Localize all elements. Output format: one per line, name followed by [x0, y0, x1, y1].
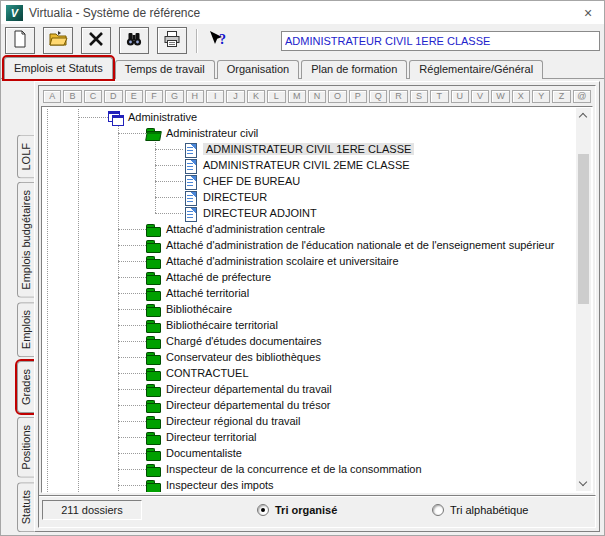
tab-emplois-et-statuts[interactable]: Emplois et Statuts	[4, 57, 113, 79]
tree-row-directeur-departemental-du-tresor[interactable]: Directeur départemental du trésor	[42, 397, 575, 413]
tree-row-administrateur-civil[interactable]: Administrateur civil	[42, 125, 575, 141]
letter-w[interactable]: W	[491, 90, 509, 103]
letter-q[interactable]: Q	[369, 90, 387, 103]
tab-label: Temps de travail	[125, 63, 205, 75]
letter-g[interactable]: G	[165, 90, 183, 103]
tab-label: Plan de formation	[311, 63, 397, 75]
letter-o[interactable]: O	[328, 90, 346, 103]
letter-a[interactable]: A	[43, 90, 61, 103]
side-tab-label: Emplois budgétaires	[20, 190, 32, 290]
side-tab-positions[interactable]: Positions	[17, 417, 34, 478]
content-frame: ABCDEFGHIJKLMNOPQRSTUVWXYZ@ Administrati…	[34, 81, 600, 532]
reference-field[interactable]	[281, 31, 600, 51]
tree-row-administrateur-civil-2eme-classe[interactable]: ADMINISTRATEUR CIVIL 2EME CLASSE	[42, 157, 575, 173]
scroll-up-icon[interactable]	[579, 113, 587, 121]
side-tab-grades[interactable]: Grades	[17, 361, 34, 413]
letter-f[interactable]: F	[145, 90, 163, 103]
side-tab-emplois[interactable]: Emplois	[17, 302, 34, 357]
letter-u[interactable]: U	[451, 90, 469, 103]
tree-row-bibliothecaire[interactable]: Bibliothécaire	[42, 301, 575, 317]
folder-icon	[146, 399, 161, 412]
tree-item-label: Chargé d'études documentaires	[166, 335, 322, 347]
letter-n[interactable]: N	[308, 90, 326, 103]
tree-row-attache-d-administration-scolaire-et-universitaire[interactable]: Attaché d'administration scolaire et uni…	[42, 253, 575, 269]
letter-t[interactable]: T	[430, 90, 448, 103]
folder-icon	[146, 303, 161, 316]
letter-c[interactable]: C	[84, 90, 102, 103]
open-folder-button[interactable]	[43, 27, 73, 54]
letter-p[interactable]: P	[349, 90, 367, 103]
tree-row-charge-d-etudes-documentaires[interactable]: Chargé d'études documentaires	[42, 333, 575, 349]
radio-tri-organise[interactable]: Tri organisé	[257, 504, 337, 516]
tab-organisation[interactable]: Organisation	[217, 60, 299, 79]
scrollbar-thumb[interactable]	[578, 154, 589, 304]
delete-button[interactable]	[81, 27, 111, 54]
side-tab-statuts[interactable]: Statuts	[17, 482, 34, 532]
tree-row-attache-de-prefecture[interactable]: Attaché de préfecture	[42, 269, 575, 285]
radio-tri-alphabetique[interactable]: Tri alphabétique	[432, 504, 528, 516]
tree-row-bibliothecaire-territorial[interactable]: Bibliothécaire territorial	[42, 317, 575, 333]
tree-row-documentaliste[interactable]: Documentaliste	[42, 445, 575, 461]
folder-icon	[146, 239, 161, 252]
folder-icon	[146, 287, 161, 300]
print-button[interactable]	[157, 27, 187, 54]
letter-e[interactable]: E	[125, 90, 143, 103]
tree-rows: Administrative Administrateur civil ADMI…	[42, 109, 575, 492]
tree-row-chef-de-bureau[interactable]: CHEF DE BUREAU	[42, 173, 575, 189]
letter-h[interactable]: H	[186, 90, 204, 103]
close-button[interactable]: ×	[577, 5, 599, 21]
letter-d[interactable]: D	[104, 90, 122, 103]
tree-row-administrative[interactable]: Administrative	[42, 109, 575, 125]
tree-scrollbar[interactable]	[576, 108, 591, 491]
tree-row-directeur-regional-du-travail[interactable]: Directeur régional du travail	[42, 413, 575, 429]
tree-row-inspecteur-des-impots[interactable]: Inspecteur des impots	[42, 477, 575, 492]
tree-row-attache-d-administration-centrale[interactable]: Attaché d'administration centrale	[42, 221, 575, 237]
tree-item-label: ADMINISTRATEUR CIVIL 2EME CLASSE	[203, 159, 410, 171]
letter-k[interactable]: K	[247, 90, 265, 103]
tab-reglementaire-general[interactable]: Réglementaire/Général	[409, 60, 543, 79]
letter-v[interactable]: V	[471, 90, 489, 103]
tree-row-directeur-territorial[interactable]: Directeur territorial	[42, 429, 575, 445]
open-folder-icon	[48, 29, 68, 53]
search-button[interactable]	[119, 27, 149, 54]
letter-m[interactable]: M	[288, 90, 306, 103]
tab-temps-de-travail[interactable]: Temps de travail	[115, 60, 215, 79]
new-document-icon	[10, 29, 30, 53]
letter-l[interactable]: L	[267, 90, 285, 103]
letter-r[interactable]: R	[389, 90, 407, 103]
tree-row-conservateur-des-bibliotheques[interactable]: Conservateur des bibliothèques	[42, 349, 575, 365]
letter-z[interactable]: Z	[552, 90, 570, 103]
help-button[interactable]: ?	[203, 27, 233, 54]
folder-icon	[146, 319, 161, 332]
window-title: Virtualia - Système de référence	[29, 6, 577, 20]
side-tab-label: Emplois	[20, 310, 32, 349]
alphabet-bar: ABCDEFGHIJKLMNOPQRSTUVWXYZ@	[41, 86, 593, 106]
scroll-down-icon[interactable]	[579, 478, 587, 486]
tree-item-label: Attaché territorial	[166, 287, 249, 299]
letter-j[interactable]: J	[226, 90, 244, 103]
tree-row-directeur-adjoint[interactable]: DIRECTEUR ADJOINT	[42, 205, 575, 221]
tree-row-contractuel[interactable]: CONTRACTUEL	[42, 365, 575, 381]
tab-plan-de-formation[interactable]: Plan de formation	[301, 60, 407, 79]
tree-item-label: Bibliothécaire territorial	[166, 319, 278, 331]
letter-b[interactable]: B	[63, 90, 81, 103]
doc-icon	[183, 191, 198, 204]
tree-row-attache-territorial[interactable]: Attaché territorial	[42, 285, 575, 301]
folder-open-icon	[146, 127, 161, 140]
tab-label: Réglementaire/Général	[419, 63, 533, 75]
tree-row-administrateur-civil-1ere-classe[interactable]: ADMINISTRATEUR CIVIL 1ERE CLASSE	[42, 141, 575, 157]
new-document-button[interactable]	[5, 27, 35, 54]
tree-row-directeur-departemental-du-travail[interactable]: Directeur départemental du travail	[42, 381, 575, 397]
tree-row-directeur[interactable]: DIRECTEUR	[42, 189, 575, 205]
letter-i[interactable]: I	[206, 90, 224, 103]
letter-y[interactable]: Y	[532, 90, 550, 103]
tree-panel: ABCDEFGHIJKLMNOPQRSTUVWXYZ@ Administrati…	[38, 85, 596, 497]
tab-label: Organisation	[227, 63, 289, 75]
letter-at[interactable]: @	[573, 90, 591, 103]
tree-row-attache-d-administration-de-l-education-nationale-et-de-l-enseignement-superieur[interactable]: Attaché d'administration de l'éducation …	[42, 237, 575, 253]
tree-row-inspecteur-de-la-concurrence-et-de-la-consommation[interactable]: Inspecteur de la concurrence et de la co…	[42, 461, 575, 477]
letter-s[interactable]: S	[410, 90, 428, 103]
letter-x[interactable]: X	[512, 90, 530, 103]
side-tab-emplois-budgetaires[interactable]: Emplois budgétaires	[17, 182, 34, 298]
side-tab-lolf[interactable]: LOLF	[17, 135, 34, 179]
